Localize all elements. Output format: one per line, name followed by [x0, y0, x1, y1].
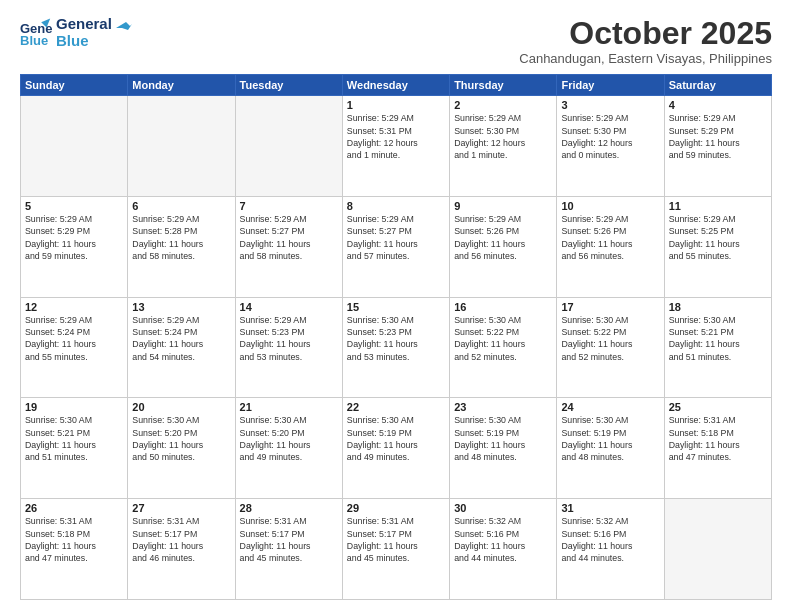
calendar-day-cell: 1Sunrise: 5:29 AMSunset: 5:31 PMDaylight… [342, 96, 449, 197]
day-info: Sunrise: 5:30 AMSunset: 5:22 PMDaylight:… [561, 314, 659, 363]
calendar-day-cell [128, 96, 235, 197]
day-info: Sunrise: 5:31 AMSunset: 5:18 PMDaylight:… [25, 515, 123, 564]
day-info: Sunrise: 5:30 AMSunset: 5:23 PMDaylight:… [347, 314, 445, 363]
calendar-day-cell: 25Sunrise: 5:31 AMSunset: 5:18 PMDayligh… [664, 398, 771, 499]
logo-blue: Blue [56, 33, 112, 50]
calendar-day-cell: 17Sunrise: 5:30 AMSunset: 5:22 PMDayligh… [557, 297, 664, 398]
calendar-day-cell: 2Sunrise: 5:29 AMSunset: 5:30 PMDaylight… [450, 96, 557, 197]
day-number: 20 [132, 401, 230, 413]
day-info: Sunrise: 5:29 AMSunset: 5:30 PMDaylight:… [454, 112, 552, 161]
day-number: 13 [132, 301, 230, 313]
day-info: Sunrise: 5:29 AMSunset: 5:30 PMDaylight:… [561, 112, 659, 161]
day-number: 14 [240, 301, 338, 313]
day-number: 23 [454, 401, 552, 413]
logo-icon: General Blue [20, 17, 52, 49]
day-info: Sunrise: 5:31 AMSunset: 5:17 PMDaylight:… [132, 515, 230, 564]
day-number: 10 [561, 200, 659, 212]
day-number: 28 [240, 502, 338, 514]
day-number: 4 [669, 99, 767, 111]
day-number: 11 [669, 200, 767, 212]
day-number: 8 [347, 200, 445, 212]
day-info: Sunrise: 5:32 AMSunset: 5:16 PMDaylight:… [561, 515, 659, 564]
day-info: Sunrise: 5:29 AMSunset: 5:29 PMDaylight:… [669, 112, 767, 161]
calendar-day-cell: 31Sunrise: 5:32 AMSunset: 5:16 PMDayligh… [557, 499, 664, 600]
day-info: Sunrise: 5:29 AMSunset: 5:24 PMDaylight:… [132, 314, 230, 363]
day-number: 22 [347, 401, 445, 413]
day-number: 3 [561, 99, 659, 111]
day-number: 29 [347, 502, 445, 514]
calendar-day-cell: 28Sunrise: 5:31 AMSunset: 5:17 PMDayligh… [235, 499, 342, 600]
calendar-week-row: 1Sunrise: 5:29 AMSunset: 5:31 PMDaylight… [21, 96, 772, 197]
calendar-week-row: 12Sunrise: 5:29 AMSunset: 5:24 PMDayligh… [21, 297, 772, 398]
day-info: Sunrise: 5:30 AMSunset: 5:20 PMDaylight:… [240, 414, 338, 463]
calendar-week-row: 19Sunrise: 5:30 AMSunset: 5:21 PMDayligh… [21, 398, 772, 499]
location-title: Canhandugan, Eastern Visayas, Philippine… [519, 51, 772, 66]
weekday-header-sunday: Sunday [21, 75, 128, 96]
weekday-header-wednesday: Wednesday [342, 75, 449, 96]
day-number: 9 [454, 200, 552, 212]
day-info: Sunrise: 5:29 AMSunset: 5:24 PMDaylight:… [25, 314, 123, 363]
svg-text:Blue: Blue [20, 33, 48, 48]
day-info: Sunrise: 5:30 AMSunset: 5:21 PMDaylight:… [25, 414, 123, 463]
weekday-header-monday: Monday [128, 75, 235, 96]
calendar-table: SundayMondayTuesdayWednesdayThursdayFrid… [20, 74, 772, 600]
calendar-day-cell: 15Sunrise: 5:30 AMSunset: 5:23 PMDayligh… [342, 297, 449, 398]
day-number: 1 [347, 99, 445, 111]
day-info: Sunrise: 5:29 AMSunset: 5:26 PMDaylight:… [454, 213, 552, 262]
day-info: Sunrise: 5:31 AMSunset: 5:17 PMDaylight:… [347, 515, 445, 564]
title-section: October 2025 Canhandugan, Eastern Visaya… [519, 16, 772, 66]
day-info: Sunrise: 5:30 AMSunset: 5:21 PMDaylight:… [669, 314, 767, 363]
calendar-day-cell: 4Sunrise: 5:29 AMSunset: 5:29 PMDaylight… [664, 96, 771, 197]
day-number: 21 [240, 401, 338, 413]
calendar-day-cell: 8Sunrise: 5:29 AMSunset: 5:27 PMDaylight… [342, 196, 449, 297]
day-info: Sunrise: 5:29 AMSunset: 5:29 PMDaylight:… [25, 213, 123, 262]
calendar-day-cell: 23Sunrise: 5:30 AMSunset: 5:19 PMDayligh… [450, 398, 557, 499]
day-number: 12 [25, 301, 123, 313]
day-info: Sunrise: 5:29 AMSunset: 5:27 PMDaylight:… [347, 213, 445, 262]
calendar-day-cell: 19Sunrise: 5:30 AMSunset: 5:21 PMDayligh… [21, 398, 128, 499]
day-number: 26 [25, 502, 123, 514]
calendar-day-cell: 20Sunrise: 5:30 AMSunset: 5:20 PMDayligh… [128, 398, 235, 499]
day-info: Sunrise: 5:31 AMSunset: 5:17 PMDaylight:… [240, 515, 338, 564]
calendar-day-cell: 7Sunrise: 5:29 AMSunset: 5:27 PMDaylight… [235, 196, 342, 297]
day-number: 24 [561, 401, 659, 413]
day-number: 6 [132, 200, 230, 212]
day-number: 7 [240, 200, 338, 212]
calendar-day-cell [235, 96, 342, 197]
calendar-day-cell: 27Sunrise: 5:31 AMSunset: 5:17 PMDayligh… [128, 499, 235, 600]
calendar-day-cell [21, 96, 128, 197]
weekday-header-friday: Friday [557, 75, 664, 96]
day-number: 2 [454, 99, 552, 111]
calendar-day-cell: 13Sunrise: 5:29 AMSunset: 5:24 PMDayligh… [128, 297, 235, 398]
calendar-day-cell: 18Sunrise: 5:30 AMSunset: 5:21 PMDayligh… [664, 297, 771, 398]
calendar-day-cell: 5Sunrise: 5:29 AMSunset: 5:29 PMDaylight… [21, 196, 128, 297]
calendar-day-cell: 22Sunrise: 5:30 AMSunset: 5:19 PMDayligh… [342, 398, 449, 499]
day-number: 17 [561, 301, 659, 313]
calendar-day-cell: 16Sunrise: 5:30 AMSunset: 5:22 PMDayligh… [450, 297, 557, 398]
day-info: Sunrise: 5:30 AMSunset: 5:22 PMDaylight:… [454, 314, 552, 363]
day-number: 5 [25, 200, 123, 212]
day-info: Sunrise: 5:29 AMSunset: 5:28 PMDaylight:… [132, 213, 230, 262]
day-number: 25 [669, 401, 767, 413]
calendar-day-cell: 14Sunrise: 5:29 AMSunset: 5:23 PMDayligh… [235, 297, 342, 398]
day-info: Sunrise: 5:29 AMSunset: 5:23 PMDaylight:… [240, 314, 338, 363]
logo: General Blue General Blue [20, 16, 132, 49]
calendar-day-cell: 6Sunrise: 5:29 AMSunset: 5:28 PMDaylight… [128, 196, 235, 297]
weekday-header-thursday: Thursday [450, 75, 557, 96]
day-info: Sunrise: 5:29 AMSunset: 5:27 PMDaylight:… [240, 213, 338, 262]
day-number: 18 [669, 301, 767, 313]
month-title: October 2025 [519, 16, 772, 51]
calendar-day-cell: 24Sunrise: 5:30 AMSunset: 5:19 PMDayligh… [557, 398, 664, 499]
logo-bird-icon [116, 22, 132, 34]
day-info: Sunrise: 5:31 AMSunset: 5:18 PMDaylight:… [669, 414, 767, 463]
calendar-day-cell: 30Sunrise: 5:32 AMSunset: 5:16 PMDayligh… [450, 499, 557, 600]
weekday-header-tuesday: Tuesday [235, 75, 342, 96]
header: General Blue General Blue October 2025 [20, 16, 772, 66]
day-number: 15 [347, 301, 445, 313]
day-number: 30 [454, 502, 552, 514]
calendar-day-cell: 3Sunrise: 5:29 AMSunset: 5:30 PMDaylight… [557, 96, 664, 197]
day-info: Sunrise: 5:32 AMSunset: 5:16 PMDaylight:… [454, 515, 552, 564]
weekday-header-saturday: Saturday [664, 75, 771, 96]
calendar-day-cell: 9Sunrise: 5:29 AMSunset: 5:26 PMDaylight… [450, 196, 557, 297]
day-info: Sunrise: 5:29 AMSunset: 5:31 PMDaylight:… [347, 112, 445, 161]
